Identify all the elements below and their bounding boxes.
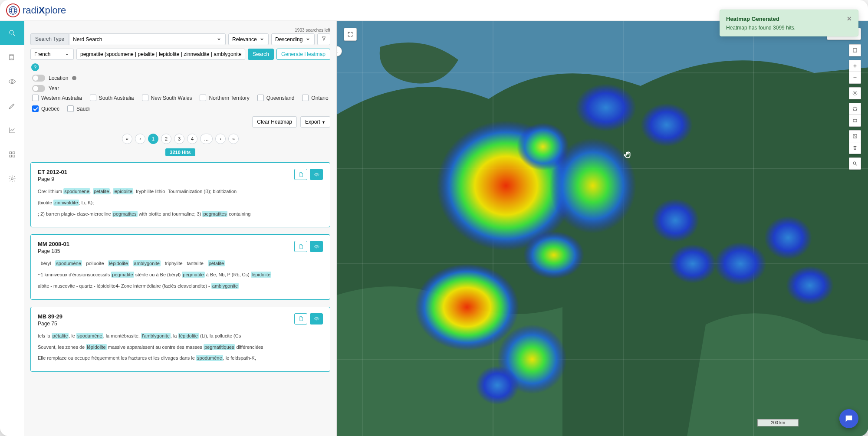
svg-point-35 (764, 216, 812, 259)
result-snippet: ; 2) barren plagio- clase-microcline peg… (38, 210, 323, 219)
result-view-button[interactable] (310, 241, 323, 252)
search-type-label: Search Type (30, 33, 69, 45)
region-western-australia[interactable]: Western Australia (32, 95, 82, 101)
tool-edit-button[interactable] (849, 130, 861, 142)
checkbox-icon[interactable] (142, 95, 148, 101)
searches-left: 1903 searches left (30, 28, 330, 33)
tool-delete-button[interactable] (849, 142, 861, 154)
relevance-select[interactable]: Relevance (228, 33, 269, 45)
page-»[interactable]: » (228, 134, 239, 144)
toast-title: Heatmap Generated (726, 16, 779, 22)
page-2[interactable]: 2 (161, 134, 171, 144)
help-icon[interactable]: ? (31, 63, 39, 71)
toast-close-button[interactable]: ✕ (847, 15, 852, 22)
search-panel: 1903 searches left Search Type Nerd Sear… (24, 21, 337, 436)
result-page: Page 9 (38, 176, 67, 182)
language-select[interactable]: French (30, 49, 74, 60)
result-card: ET 2012-01 Page 9 Ore: lithium spodumene… (30, 162, 330, 227)
sidebar-apps[interactable] (0, 142, 24, 167)
fullscreen-button[interactable] (344, 28, 357, 41)
checkbox-icon[interactable] (32, 95, 39, 101)
tool-gear-button[interactable] (849, 87, 861, 99)
svg-point-2 (11, 6, 14, 14)
svg-point-11 (72, 76, 76, 80)
tool-polygon-button[interactable] (849, 103, 861, 115)
location-toggle[interactable] (32, 75, 45, 82)
checkbox-icon[interactable] (67, 105, 74, 112)
page-1[interactable]: 1 (148, 134, 158, 144)
svg-point-31 (641, 103, 693, 147)
tool-search-button[interactable] (849, 157, 861, 170)
page-4[interactable]: 4 (187, 134, 197, 144)
result-doc-button[interactable] (294, 169, 307, 180)
checkbox-icon[interactable] (90, 95, 96, 101)
result-doc-button[interactable] (294, 241, 307, 252)
svg-point-46 (853, 162, 856, 164)
svg-rect-9 (13, 155, 15, 157)
svg-point-32 (651, 199, 699, 242)
svg-point-33 (669, 244, 717, 283)
zoom-in-button[interactable] (849, 60, 861, 72)
year-toggle[interactable] (32, 85, 45, 92)
search-type-select[interactable]: Nerd Search (69, 33, 226, 45)
scale-bar: 200 km (757, 419, 799, 426)
sort-select[interactable]: Descending (271, 33, 315, 45)
svg-point-42 (854, 92, 856, 94)
svg-point-12 (316, 174, 317, 175)
sidebar-settings[interactable] (0, 167, 24, 191)
results-list: ET 2012-01 Page 9 Ore: lithium spodumene… (30, 162, 330, 372)
result-view-button[interactable] (310, 169, 323, 180)
result-view-button[interactable] (310, 313, 323, 325)
region-south-australia[interactable]: South Australia (90, 95, 134, 101)
region-checkboxes: Western AustraliaSouth AustraliaNew Sout… (32, 95, 330, 112)
region-quebec[interactable]: Quebec (32, 105, 59, 112)
chat-button[interactable] (839, 409, 858, 428)
region-northern-territory[interactable]: Northern Territory (200, 95, 249, 101)
svg-point-30 (575, 84, 636, 131)
region-ontario[interactable]: Ontario (302, 95, 328, 101)
result-title: MM 2008-01 (38, 241, 69, 247)
map-home-button[interactable] (849, 44, 861, 56)
sidebar-edit[interactable] (0, 94, 24, 118)
result-snippet: - béryl - spodumène - polluoite - lépido… (38, 259, 323, 268)
zoom-out-button[interactable] (849, 72, 861, 84)
svg-rect-8 (10, 155, 12, 157)
filter-button[interactable] (317, 33, 330, 45)
clear-heatmap-button[interactable]: Clear Heatmap (252, 116, 297, 128)
generate-heatmap-button[interactable]: Generate Heatmap (276, 49, 330, 60)
page-…[interactable]: … (200, 134, 213, 144)
search-query-input[interactable] (76, 49, 245, 60)
svg-point-37 (476, 366, 519, 405)
export-button[interactable]: Export ▼ (300, 116, 330, 128)
result-title: MB 89-29 (38, 313, 62, 320)
page-‹[interactable]: ‹ (135, 134, 145, 144)
result-page: Page 75 (38, 321, 62, 327)
location-toggle-label: Location (49, 75, 68, 81)
svg-point-1 (9, 9, 17, 12)
region-new-south-wales[interactable]: New South Wales (142, 95, 192, 101)
search-button[interactable]: Search (248, 49, 274, 60)
svg-point-26 (523, 231, 584, 279)
sidebar-search[interactable] (0, 21, 24, 45)
checkbox-icon[interactable] (257, 95, 264, 101)
checkbox-icon[interactable] (200, 95, 206, 101)
page-›[interactable]: › (215, 134, 226, 144)
result-snippet: tels la pétalite, le spodumène, la monté… (38, 332, 323, 341)
sidebar-docs[interactable] (0, 45, 24, 69)
info-icon (72, 75, 77, 81)
brand-icon (6, 3, 20, 17)
region-saudi[interactable]: Saudi (67, 105, 90, 112)
checkbox-icon[interactable] (32, 105, 39, 112)
tool-rectangle-button[interactable] (849, 115, 861, 127)
page-3[interactable]: 3 (174, 134, 184, 144)
result-doc-button[interactable] (294, 313, 307, 325)
checkbox-icon[interactable] (302, 95, 309, 101)
sidebar-watch[interactable] (0, 69, 24, 94)
result-snippet: (biotite zinnwaldite; Li, K); (38, 199, 323, 207)
grab-cursor-icon (623, 150, 633, 160)
page-«[interactable]: « (122, 134, 132, 144)
sidebar-chart[interactable] (0, 118, 24, 142)
region-queensland[interactable]: Queensland (257, 95, 295, 101)
map-panel[interactable]: Map Layers (337, 21, 868, 436)
brand-text: radiXplore (23, 5, 66, 16)
